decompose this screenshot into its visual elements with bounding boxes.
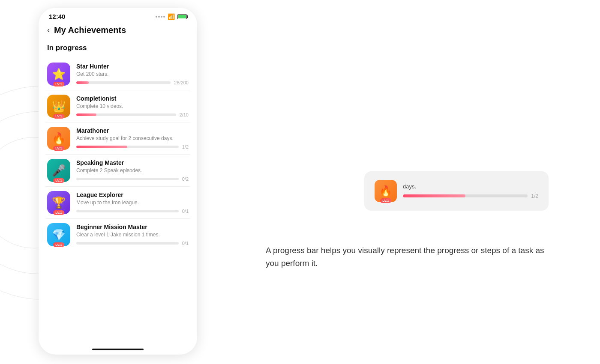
battery-icon <box>177 14 187 19</box>
achievement-desc-completionist: Complete 10 videos. <box>76 103 189 110</box>
badge-star-hunter: ⭐ LV.1 <box>47 63 70 86</box>
achievement-info-marathoner: Marathoner Achieve study goal for 2 cons… <box>76 127 189 150</box>
demo-info: days. 1/2 <box>403 183 538 199</box>
status-icons: 📶 <box>156 13 187 20</box>
progress-row-speaking-master: 0/2 <box>76 176 189 182</box>
demo-badge-level: LV.1 <box>380 198 391 203</box>
achievement-desc-speaking-master: Complete 2 Speak episodes. <box>76 167 189 174</box>
demo-card-wrapper: 🔥 LV.1 days. 1/2 <box>364 171 549 211</box>
achievement-desc-beginner-mission-master: Clear a level 1 Jake mission 1 times. <box>76 231 189 239</box>
progress-label-speaking-master: 0/2 <box>182 176 189 182</box>
badge-beginner-mission-master: 💎 LV.1 <box>47 223 70 246</box>
achievement-item-marathoner: 🔥 LV.1 Marathoner Achieve study goal for… <box>45 122 190 155</box>
badge-speaking-master: 🎤 LV.1 <box>47 159 70 182</box>
signal-icon <box>156 16 165 18</box>
achievement-name-star-hunter: Star Hunter <box>76 63 189 70</box>
badge-level-league-explorer: LV.1 <box>53 210 64 215</box>
achievement-name-completionist: Completionist <box>76 95 189 102</box>
achievement-item-league-explorer: 🏆 LV.1 League Explorer Move up to the Ir… <box>45 187 190 219</box>
progress-fill-completionist <box>76 113 96 116</box>
demo-progress-track <box>403 194 528 197</box>
achievement-item-completionist: 👑 LV.1 Completionist Complete 10 videos.… <box>45 90 190 122</box>
progress-label-marathoner: 1/2 <box>182 144 189 149</box>
wifi-icon: 📶 <box>168 13 175 20</box>
progress-track-league-explorer <box>76 210 179 212</box>
progress-row-completionist: 2/10 <box>76 112 189 117</box>
achievement-name-marathoner: Marathoner <box>76 127 189 134</box>
achievement-info-star-hunter: Star Hunter Get 200 stars. 26/200 <box>76 63 189 86</box>
achievement-name-league-explorer: League Explorer <box>76 191 189 198</box>
badge-level-beginner-mission-master: LV.1 <box>53 242 64 247</box>
page-title: My Achievements <box>54 25 126 35</box>
demo-progress-row: 1/2 <box>403 193 538 199</box>
progress-fill-marathoner <box>76 146 127 148</box>
badge-level-completionist: LV.1 <box>53 114 64 119</box>
badge-level-marathoner: LV.1 <box>53 146 64 151</box>
achievement-name-speaking-master: Speaking Master <box>76 159 189 166</box>
demo-card: 🔥 LV.1 days. 1/2 <box>364 171 549 211</box>
progress-label-completionist: 2/10 <box>180 112 189 117</box>
progress-row-league-explorer: 0/1 <box>76 209 189 214</box>
progress-track-marathoner <box>76 146 179 148</box>
badge-league-explorer: 🏆 LV.1 <box>47 191 70 214</box>
progress-label-star-hunter: 26/200 <box>174 80 189 85</box>
achievement-item-speaking-master: 🎤 LV.1 Speaking Master Complete 2 Speak … <box>45 155 190 187</box>
achievement-list: ⭐ LV.1 Star Hunter Get 200 stars. 26/200… <box>39 58 197 251</box>
demo-desc: days. <box>403 183 538 190</box>
badge-marathoner: 🔥 LV.1 <box>47 127 70 150</box>
achievement-desc-marathoner: Achieve study goal for 2 consecutive day… <box>76 135 189 142</box>
section-title: In progress <box>39 40 197 58</box>
phone-mockup: 12:40 📶 ‹ My Achievements In progress ⭐ … <box>39 8 197 355</box>
annotation-description: A progress bar helps you visually repres… <box>266 244 557 270</box>
progress-label-league-explorer: 0/1 <box>182 209 189 214</box>
progress-track-star-hunter <box>76 81 171 84</box>
progress-track-completionist <box>76 113 176 116</box>
achievement-desc-league-explorer: Move up to the Iron league. <box>76 199 189 206</box>
achievement-info-beginner-mission-master: Beginner Mission Master Clear a level 1 … <box>76 224 189 246</box>
progress-fill-star-hunter <box>76 81 89 84</box>
achievement-info-league-explorer: League Explorer Move up to the Iron leag… <box>76 191 189 214</box>
header: ‹ My Achievements <box>39 24 197 40</box>
progress-row-star-hunter: 26/200 <box>76 80 189 85</box>
demo-progress-label: 1/2 <box>531 193 538 199</box>
progress-row-marathoner: 1/2 <box>76 144 189 149</box>
status-time: 12:40 <box>49 13 65 20</box>
status-bar: 12:40 📶 <box>39 8 197 24</box>
demo-progress-fill <box>403 194 465 197</box>
achievement-name-beginner-mission-master: Beginner Mission Master <box>76 224 189 230</box>
progress-row-beginner-mission-master: 0/1 <box>76 241 189 246</box>
badge-level-speaking-master: LV.1 <box>53 178 64 183</box>
achievement-item-beginner-mission-master: 💎 LV.1 Beginner Mission Master Clear a l… <box>45 219 190 251</box>
progress-label-beginner-mission-master: 0/1 <box>182 241 189 246</box>
badge-level-star-hunter: LV.1 <box>53 82 64 87</box>
demo-badge: 🔥 LV.1 <box>375 180 397 202</box>
badge-completionist: 👑 LV.1 <box>47 95 70 118</box>
achievement-desc-star-hunter: Get 200 stars. <box>76 71 189 78</box>
home-indicator <box>92 349 144 350</box>
progress-track-beginner-mission-master <box>76 242 179 245</box>
achievement-info-completionist: Completionist Complete 10 videos. 2/10 <box>76 95 189 118</box>
annotation-area: 🔥 LV.1 days. 1/2 Progress bar A progress… <box>266 0 600 364</box>
achievement-info-speaking-master: Speaking Master Complete 2 Speak episode… <box>76 159 189 182</box>
achievement-item-star-hunter: ⭐ LV.1 Star Hunter Get 200 stars. 26/200 <box>45 58 190 90</box>
back-button[interactable]: ‹ <box>47 26 50 35</box>
progress-track-speaking-master <box>76 178 179 180</box>
